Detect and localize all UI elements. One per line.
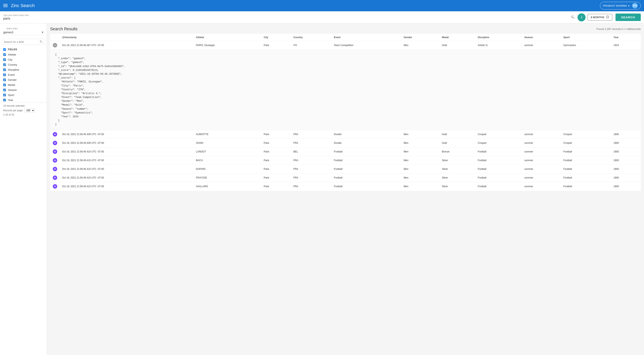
cell-city: Paris: [261, 130, 291, 138]
row-toggle-button[interactable]: −: [53, 43, 57, 47]
field-label-city[interactable]: City: [8, 58, 12, 61]
sidebar: Select Index games3 ▾ FIELDS Athlete Cit…: [0, 23, 47, 355]
fields-container: Athlete City Country Discipline Event Ge…: [2, 52, 45, 103]
col-header-season: Season: [522, 34, 561, 41]
row-toggle-cell: +: [50, 182, 60, 191]
field-item-country: Country: [2, 62, 45, 67]
time-filter-button[interactable]: 6 MONTHS: [588, 14, 612, 20]
json-cell: { "_index": "games3", "_type": "games3",…: [50, 50, 641, 130]
field-label-athlete[interactable]: Athlete: [8, 53, 16, 56]
col-header-sport: Sport: [561, 34, 611, 41]
search-icon-button[interactable]: [570, 14, 576, 20]
cell-gender: Men: [401, 138, 440, 147]
field-checkbox-sport[interactable]: [3, 94, 6, 96]
cell-city: Paris: [261, 138, 291, 147]
cell-season: summer: [522, 147, 561, 156]
info-icon: i: [581, 15, 582, 19]
cell-timestamp: Oct 19, 2021 21:56:45.410 UTC -07:00: [60, 182, 194, 191]
field-search: [2, 39, 45, 45]
row-toggle-button[interactable]: +: [53, 167, 57, 171]
table-row: +Oct 19, 2021 21:56:45.409 UTC -07:00AUM…: [50, 130, 641, 138]
field-checkbox-event[interactable]: [3, 73, 6, 76]
table-row: +Oct 19, 2021 21:56:45.410 UTC -07:00FRA…: [50, 173, 641, 182]
search-button[interactable]: SEARCH: [616, 13, 641, 21]
field-checkbox-year[interactable]: [3, 99, 6, 101]
fields-header-label: FIELDS: [8, 48, 17, 51]
cell-country: FRA: [291, 173, 331, 182]
field-search-icon[interactable]: [40, 40, 43, 44]
expand-col-header: [50, 34, 60, 41]
cell-event: Team Competition: [332, 41, 401, 50]
cell-event: Football: [332, 182, 401, 191]
cell-athlete: FRAYSSE: [194, 173, 261, 182]
cell-event: Football: [332, 156, 401, 165]
field-label-sport[interactable]: Sport: [8, 93, 14, 96]
cell-country: ITA: [291, 41, 331, 50]
app-title: Zinc Search: [11, 3, 600, 8]
field-checkbox-gender[interactable]: [3, 78, 6, 81]
menu-icon[interactable]: [3, 3, 8, 8]
cell-country: FRA: [291, 130, 331, 138]
field-checkbox-medal[interactable]: [3, 84, 6, 86]
cell-timestamp: Oct 19, 2021 21:56:45.410 UTC -07:00: [60, 156, 194, 165]
sidebar-footer: 10 records selected. Records per page: 1…: [0, 103, 47, 118]
field-checkbox-city[interactable]: [3, 58, 6, 61]
cell-year: 1924: [611, 41, 641, 50]
field-label-event[interactable]: Event: [8, 73, 14, 76]
field-label-country[interactable]: Country: [8, 63, 17, 66]
records-per-page-select[interactable]: 100 50 25: [24, 108, 35, 112]
field-item-city: City: [2, 57, 45, 62]
field-checkbox-season[interactable]: [3, 89, 6, 91]
field-label-season[interactable]: Season: [8, 88, 17, 91]
field-label-discipline[interactable]: Discipline: [8, 68, 19, 71]
cell-year: 1900: [611, 182, 641, 191]
field-item-medal: Medal: [2, 82, 45, 87]
row-toggle-button[interactable]: +: [53, 149, 57, 154]
user-menu[interactable]: PRABHAT SHARMA ▾ PS: [600, 2, 641, 9]
cell-discipline: Croquet: [475, 130, 522, 138]
cell-country: FRA: [291, 138, 331, 147]
row-toggle-button[interactable]: +: [53, 184, 57, 189]
cell-gender: Men: [401, 41, 440, 50]
row-toggle-cell: +: [50, 130, 60, 138]
cell-discipline: Croquet: [475, 138, 522, 147]
svg-rect-1: [3, 5, 8, 6]
cell-sport: Croquet: [561, 138, 611, 147]
field-search-input[interactable]: [4, 40, 40, 43]
field-checkbox-athlete[interactable]: [3, 53, 6, 56]
field-label-gender[interactable]: Gender: [8, 78, 16, 81]
cell-event: Double: [332, 130, 401, 138]
field-item-discipline: Discipline: [2, 67, 45, 72]
index-value: games3: [3, 31, 42, 34]
cell-timestamp: Oct 19, 2021 21:56:45.410 UTC -07:00: [60, 173, 194, 182]
search-input[interactable]: [3, 17, 568, 20]
cell-sport: Football: [561, 165, 611, 173]
cell-medal: Gold: [440, 130, 475, 138]
info-button[interactable]: i: [578, 13, 586, 21]
cell-country: FRA: [291, 182, 331, 191]
row-toggle-cell: −: [50, 41, 60, 50]
fields-header: FIELDS: [2, 47, 45, 52]
row-toggle-button[interactable]: +: [53, 132, 57, 136]
index-selector[interactable]: games3 ▾: [3, 30, 44, 35]
col-header-country: Country: [291, 34, 331, 41]
table-row: −Oct 19, 2021 21:56:46.367 UTC -07:00PAR…: [50, 41, 641, 50]
svg-rect-2: [3, 6, 8, 7]
field-label-medal[interactable]: Medal: [8, 83, 15, 86]
row-toggle-button[interactable]: +: [53, 158, 57, 163]
field-checkbox-discipline[interactable]: [3, 68, 6, 71]
field-item-gender: Gender: [2, 77, 45, 82]
field-label-year[interactable]: Year: [8, 98, 13, 102]
row-toggle-button[interactable]: +: [53, 175, 57, 180]
table-row: +Oct 19, 2021 21:56:45.410 UTC -07:00DUP…: [50, 165, 641, 173]
cell-season: summer: [522, 182, 561, 191]
field-checkbox-country[interactable]: [3, 63, 6, 66]
fields-select-all-checkbox[interactable]: [3, 48, 6, 51]
search-input-wrapper: Type your search query here: [3, 14, 568, 20]
field-item-event: Event: [2, 72, 45, 77]
row-toggle-button[interactable]: +: [53, 141, 57, 145]
cell-gender: Men: [401, 173, 440, 182]
col-header-athlete: Athlete: [194, 34, 261, 41]
cell-sport: Gymnastics: [561, 41, 611, 50]
cell-discipline: Football: [475, 182, 522, 191]
